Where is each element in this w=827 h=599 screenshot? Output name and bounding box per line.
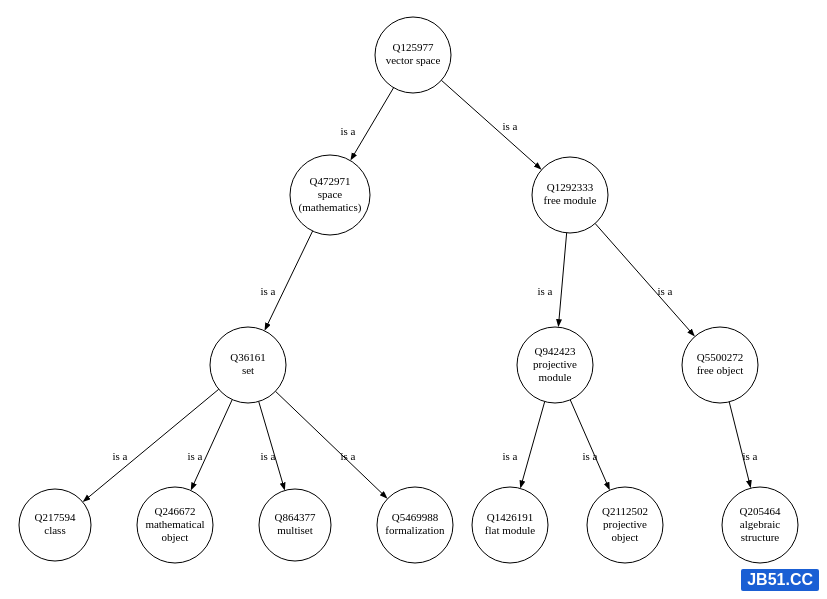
svg-text:is a: is a bbox=[341, 125, 356, 137]
svg-text:is a: is a bbox=[743, 450, 758, 462]
svg-text:Q472971: Q472971 bbox=[310, 175, 351, 187]
svg-text:formalization: formalization bbox=[385, 524, 445, 536]
svg-text:(mathematics): (mathematics) bbox=[299, 201, 362, 214]
svg-text:class: class bbox=[44, 524, 65, 536]
svg-text:module: module bbox=[539, 371, 572, 383]
svg-text:multiset: multiset bbox=[277, 524, 312, 536]
svg-text:projective: projective bbox=[533, 358, 577, 370]
svg-text:is a: is a bbox=[583, 450, 598, 462]
svg-text:vector space: vector space bbox=[386, 54, 441, 66]
svg-text:is a: is a bbox=[261, 285, 276, 297]
svg-text:structure: structure bbox=[741, 531, 780, 543]
svg-text:is a: is a bbox=[658, 285, 673, 297]
watermark: JB51.CC bbox=[741, 569, 819, 591]
svg-text:is a: is a bbox=[188, 450, 203, 462]
svg-text:is a: is a bbox=[341, 450, 356, 462]
svg-text:flat module: flat module bbox=[485, 524, 536, 536]
svg-line-17 bbox=[275, 391, 386, 497]
svg-line-21 bbox=[570, 400, 609, 489]
svg-text:object: object bbox=[162, 531, 189, 543]
svg-text:Q217594: Q217594 bbox=[35, 511, 76, 523]
svg-text:space: space bbox=[318, 188, 343, 200]
svg-text:is a: is a bbox=[538, 285, 553, 297]
svg-text:is a: is a bbox=[503, 450, 518, 462]
svg-text:is a: is a bbox=[261, 450, 276, 462]
svg-line-19 bbox=[521, 402, 545, 487]
svg-line-9 bbox=[595, 223, 693, 335]
svg-text:mathematical: mathematical bbox=[145, 518, 204, 530]
svg-line-15 bbox=[259, 401, 285, 488]
svg-text:free module: free module bbox=[544, 194, 597, 206]
svg-line-23 bbox=[729, 402, 750, 486]
svg-line-11 bbox=[84, 389, 218, 500]
svg-text:Q246672: Q246672 bbox=[155, 505, 196, 517]
svg-text:Q1426191: Q1426191 bbox=[487, 511, 533, 523]
svg-text:Q5469988: Q5469988 bbox=[392, 511, 439, 523]
svg-line-13 bbox=[192, 400, 233, 489]
svg-line-7 bbox=[559, 233, 567, 325]
svg-line-3 bbox=[441, 80, 540, 168]
svg-text:Q864377: Q864377 bbox=[275, 511, 316, 523]
svg-text:is a: is a bbox=[113, 450, 128, 462]
svg-text:Q205464: Q205464 bbox=[740, 505, 781, 517]
tree-svg: is ais ais ais ais ais ais ais ais ais a… bbox=[0, 0, 827, 599]
svg-text:Q2112502: Q2112502 bbox=[602, 505, 648, 517]
svg-text:Q942423: Q942423 bbox=[535, 345, 576, 357]
svg-text:free object: free object bbox=[697, 364, 744, 376]
svg-text:Q36161: Q36161 bbox=[230, 351, 265, 363]
svg-text:Q1292333: Q1292333 bbox=[547, 181, 594, 193]
svg-text:set: set bbox=[242, 364, 254, 376]
svg-text:projective: projective bbox=[603, 518, 647, 530]
svg-text:algebraic: algebraic bbox=[740, 518, 780, 530]
svg-text:Q5500272: Q5500272 bbox=[697, 351, 743, 363]
svg-text:object: object bbox=[612, 531, 639, 543]
svg-line-5 bbox=[265, 231, 312, 329]
svg-line-1 bbox=[351, 88, 393, 159]
svg-text:Q125977: Q125977 bbox=[393, 41, 434, 53]
svg-text:is a: is a bbox=[503, 120, 518, 132]
tree-diagram: is ais ais ais ais ais ais ais ais ais a… bbox=[0, 0, 827, 599]
